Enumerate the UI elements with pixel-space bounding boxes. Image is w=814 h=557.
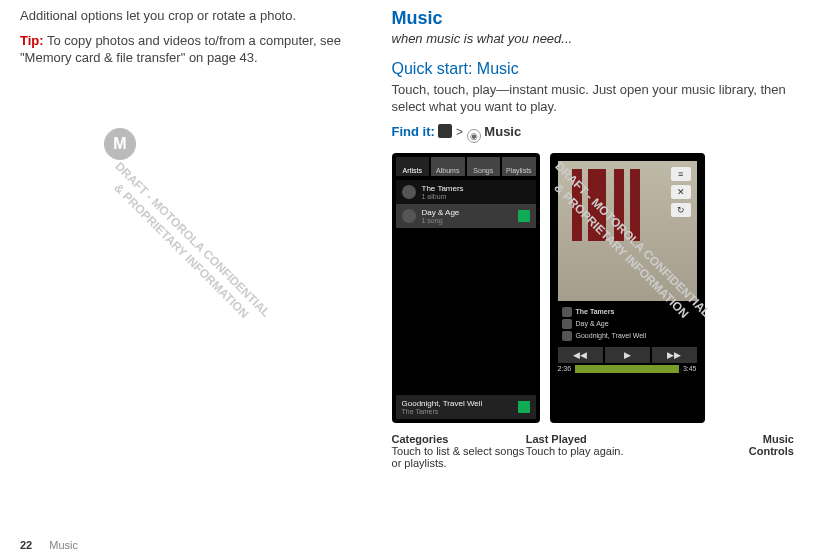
- quickstart-heading: Quick start: Music: [392, 60, 794, 78]
- section-tagline: when music is what you need...: [392, 31, 794, 46]
- progress-bar[interactable]: [575, 365, 679, 373]
- left-tip: Tip: To copy photos and videos to/from a…: [20, 33, 372, 67]
- shuffle-icon[interactable]: ✕: [671, 185, 691, 199]
- quickstart-paragraph: Touch, touch, play—instant music. Just o…: [392, 82, 794, 116]
- nav-chevron: >: [456, 125, 463, 139]
- last-played-row[interactable]: Goodnight, Travel Well The Tamers: [396, 395, 536, 419]
- now-playing-artist: The Tamers: [576, 308, 615, 315]
- find-it-line: Find it: > ◉ Music: [392, 124, 794, 143]
- list-item[interactable]: The Tamers 1 album: [396, 180, 536, 204]
- legend-categories-heading: Categories: [392, 433, 526, 445]
- tip-text: To copy photos and videos to/from a comp…: [20, 33, 341, 65]
- section-title-music: Music: [392, 8, 794, 29]
- prev-button[interactable]: ◀◀: [558, 347, 603, 363]
- time-current: 2:36: [558, 365, 572, 372]
- artist-thumb-icon: [402, 185, 416, 199]
- last-played-track: Goodnight, Travel Well: [402, 399, 483, 408]
- left-paragraph-1: Additional options let you crop or rotat…: [20, 8, 372, 25]
- play-button[interactable]: ▶: [605, 347, 650, 363]
- artist-icon: [562, 307, 572, 317]
- tab-songs[interactable]: Songs: [467, 157, 501, 176]
- now-playing-track: Goodnight, Travel Well: [576, 332, 647, 339]
- tab-albums[interactable]: Albums: [431, 157, 465, 176]
- page-footer: 22 Music: [20, 539, 78, 551]
- list-item[interactable]: Day & Age 1 song: [396, 204, 536, 228]
- legend-music-heading-2: Controls: [660, 445, 794, 457]
- footer-section: Music: [49, 539, 78, 551]
- music-app-icon: ◉: [467, 129, 481, 143]
- legend-lastplayed-text: Touch to play again.: [526, 445, 660, 457]
- find-it-music-label: Music: [484, 124, 521, 139]
- album-subtext: 1 song: [422, 217, 460, 224]
- legend-categories-text: Touch to list & select songs or playlist…: [392, 445, 526, 469]
- track-icon: [562, 331, 572, 341]
- phone-screenshot-player: ≡ ✕ ↻ The Tamers Day & Age Goodnight, Tr…: [550, 153, 705, 423]
- album-thumb-icon: [402, 209, 416, 223]
- find-it-label: Find it:: [392, 124, 435, 139]
- album-icon: [562, 319, 572, 329]
- legend-music-heading-1: Music: [660, 433, 794, 445]
- repeat-icon[interactable]: ↻: [671, 203, 691, 217]
- artist-subtext: 1 album: [422, 193, 464, 200]
- queue-icon[interactable]: ≡: [671, 167, 691, 181]
- tab-artists[interactable]: Artists: [396, 157, 430, 176]
- album-art: ≡ ✕ ↻: [558, 161, 697, 301]
- artist-name: The Tamers: [422, 184, 464, 193]
- app-launcher-icon: [438, 124, 452, 138]
- page-number: 22: [20, 539, 32, 551]
- play-mini-icon[interactable]: [518, 401, 530, 413]
- album-name: Day & Age: [422, 208, 460, 217]
- legend-lastplayed-heading: Last Played: [526, 433, 660, 445]
- last-played-artist: The Tamers: [402, 408, 483, 415]
- tab-playlists[interactable]: Playlists: [502, 157, 536, 176]
- time-total: 3:45: [683, 365, 697, 372]
- now-playing-album: Day & Age: [576, 320, 609, 327]
- play-mini-icon[interactable]: [518, 210, 530, 222]
- phone-screenshot-library: Artists Albums Songs Playlists The Tamer…: [392, 153, 540, 423]
- tip-label: Tip:: [20, 33, 44, 48]
- motorola-badge-icon: M: [104, 128, 136, 160]
- next-button[interactable]: ▶▶: [652, 347, 697, 363]
